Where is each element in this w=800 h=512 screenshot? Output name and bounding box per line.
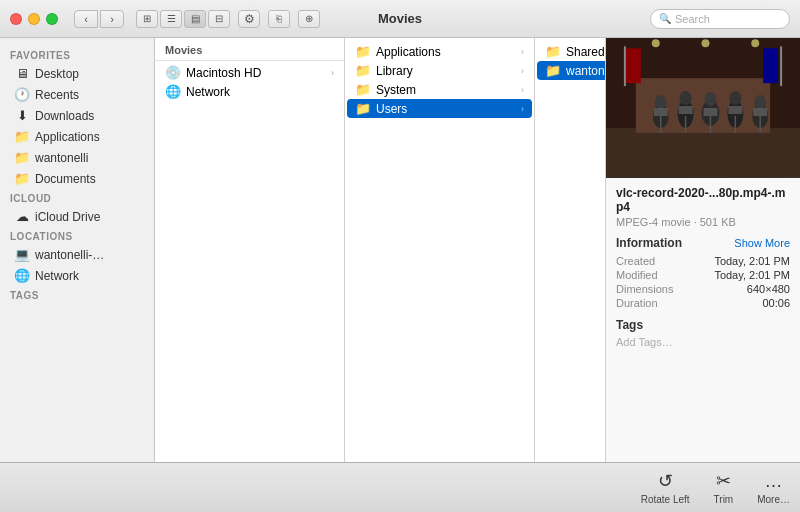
show-more-button[interactable]: Show More	[734, 237, 790, 249]
sidebar-item-downloads[interactable]: ⬇ Downloads	[4, 105, 150, 126]
sidebar-section-tags: Tags	[0, 286, 154, 303]
forward-button[interactable]: ›	[100, 10, 124, 28]
sidebar-item-wantonelli-loc[interactable]: 💻 wantonelli-…	[4, 244, 150, 265]
item-arrow-users: ›	[521, 104, 524, 114]
item-name-users: Users	[376, 102, 516, 116]
svg-rect-5	[624, 46, 626, 86]
rotate-left-button[interactable]: ↺ Rotate Left	[641, 470, 690, 505]
minimize-button[interactable]	[28, 13, 40, 25]
bottom-toolbar: ↺ Rotate Left ✂ Trim … More…	[0, 462, 800, 512]
toolbar-buttons: ↺ Rotate Left ✂ Trim … More…	[641, 470, 790, 505]
info-val-0: Today, 2:01 PM	[714, 255, 790, 267]
back-button[interactable]: ‹	[74, 10, 98, 28]
finder-item-network[interactable]: 🌐 Network	[157, 82, 342, 101]
trim-button[interactable]: ✂ Trim	[714, 470, 734, 505]
sidebar-icon-wantonelli: 📁	[14, 150, 30, 165]
search-placeholder: Search	[675, 13, 710, 25]
tag-button[interactable]: ⊕	[298, 10, 320, 28]
finder-item-macintosh-hd[interactable]: 💿 Macintosh HD ›	[157, 63, 342, 82]
list-view-button[interactable]: ☰	[160, 10, 182, 28]
sidebar-icon-downloads: ⬇	[14, 108, 30, 123]
sidebar-icon-icloud-drive: ☁	[14, 209, 30, 224]
sidebar-icon-network: 🌐	[14, 268, 30, 283]
column-view-button[interactable]: ▤	[184, 10, 206, 28]
sidebar-label-wantonelli: wantonelli	[35, 151, 88, 165]
item-icon-users: 📁	[355, 101, 371, 116]
finder-item-wantonelli-folder[interactable]: 📁 wantonelli ›	[537, 61, 605, 80]
preview-panel: vlc-record-2020-...80p.mp4-.mp4 MPEG-4 m…	[605, 38, 800, 462]
sidebar-item-network[interactable]: 🌐 Network	[4, 265, 150, 286]
more-button[interactable]: … More…	[757, 471, 790, 505]
item-name-network: Network	[186, 85, 334, 99]
title-bar: ‹ › ⊞ ☰ ▤ ⊟ ⚙ ⎗ ⊕ Movies 🔍 Search	[0, 0, 800, 38]
sidebar-label-desktop: Desktop	[35, 67, 79, 81]
sidebar-item-documents[interactable]: 📁 Documents	[4, 168, 150, 189]
svg-rect-23	[703, 108, 717, 116]
view-controls: ⊞ ☰ ▤ ⊟	[136, 10, 230, 28]
more-icon: …	[765, 471, 783, 492]
preview-image	[606, 38, 800, 178]
sidebar-item-applications[interactable]: 📁 Applications	[4, 126, 150, 147]
finder-item-library[interactable]: 📁 Library ›	[347, 61, 532, 80]
close-button[interactable]	[10, 13, 22, 25]
info-val-1: Today, 2:01 PM	[714, 269, 790, 281]
finder-column-col3: 📁 Shared › 📁 wantonelli ›	[535, 38, 605, 462]
tags-section: Tags Add Tags…	[616, 318, 790, 348]
svg-point-30	[751, 39, 759, 47]
sidebar-label-documents: Documents	[35, 172, 96, 186]
sidebar-section-locations: Locations	[0, 227, 154, 244]
info-key-1: Modified	[616, 269, 658, 281]
search-icon: 🔍	[659, 13, 671, 24]
item-icon-applications: 📁	[355, 44, 371, 59]
sidebar-icon-recents: 🕐	[14, 87, 30, 102]
item-arrow-applications: ›	[521, 47, 524, 57]
svg-rect-19	[654, 108, 668, 116]
tags-add[interactable]: Add Tags…	[616, 336, 790, 348]
item-icon-macintosh-hd: 💿	[165, 65, 181, 80]
item-name-shared: Shared	[566, 45, 605, 59]
sidebar-icon-wantonelli-loc: 💻	[14, 247, 30, 262]
gear-button[interactable]: ⚙	[238, 10, 260, 28]
sidebar-item-wantonelli[interactable]: 📁 wantonelli	[4, 147, 150, 168]
sidebar-icon-documents: 📁	[14, 171, 30, 186]
sidebar-label-downloads: Downloads	[35, 109, 94, 123]
gallery-view-button[interactable]: ⊟	[208, 10, 230, 28]
finder-item-shared[interactable]: 📁 Shared ›	[537, 42, 605, 61]
sidebar-label-wantonelli-loc: wantonelli-…	[35, 248, 104, 262]
svg-rect-4	[626, 48, 641, 83]
share-button[interactable]: ⎗	[268, 10, 290, 28]
sidebar-item-desktop[interactable]: 🖥 Desktop	[4, 63, 150, 84]
finder-column-col1: Movies 💿 Macintosh HD › 🌐 Network	[155, 38, 345, 462]
search-box[interactable]: 🔍 Search	[650, 9, 790, 29]
item-icon-system: 📁	[355, 82, 371, 97]
sidebar-item-recents[interactable]: 🕐 Recents	[4, 84, 150, 105]
sidebar-label-icloud-drive: iCloud Drive	[35, 210, 100, 224]
preview-info: vlc-record-2020-...80p.mp4-.mp4 MPEG-4 m…	[606, 178, 800, 462]
info-section-header: Information Show More	[616, 236, 790, 250]
maximize-button[interactable]	[46, 13, 58, 25]
sidebar-item-icloud-drive[interactable]: ☁ iCloud Drive	[4, 206, 150, 227]
sidebar-icon-desktop: 🖥	[14, 66, 30, 81]
sidebar-label-network: Network	[35, 269, 79, 283]
svg-rect-7	[780, 46, 782, 86]
rotate-left-label: Rotate Left	[641, 494, 690, 505]
svg-rect-6	[763, 48, 778, 83]
finder-item-users[interactable]: 📁 Users ›	[347, 99, 532, 118]
finder-item-system[interactable]: 📁 System ›	[347, 80, 532, 99]
svg-point-13	[704, 92, 716, 106]
item-arrow-macintosh-hd: ›	[331, 68, 334, 78]
item-icon-network: 🌐	[165, 84, 181, 99]
file-name: vlc-record-2020-...80p.mp4-.mp4	[616, 186, 790, 214]
info-val-3: 00:06	[762, 297, 790, 309]
info-key-2: Dimensions	[616, 283, 673, 295]
info-row-3: Duration 00:06	[616, 296, 790, 310]
finder-item-applications[interactable]: 📁 Applications ›	[347, 42, 532, 61]
rotate-left-icon: ↺	[658, 470, 673, 492]
item-name-macintosh-hd: Macintosh HD	[186, 66, 326, 80]
item-arrow-system: ›	[521, 85, 524, 95]
icon-view-button[interactable]: ⊞	[136, 10, 158, 28]
svg-rect-21	[679, 106, 693, 114]
trim-label: Trim	[714, 494, 734, 505]
info-section-title: Information	[616, 236, 682, 250]
sidebar-label-applications: Applications	[35, 130, 100, 144]
